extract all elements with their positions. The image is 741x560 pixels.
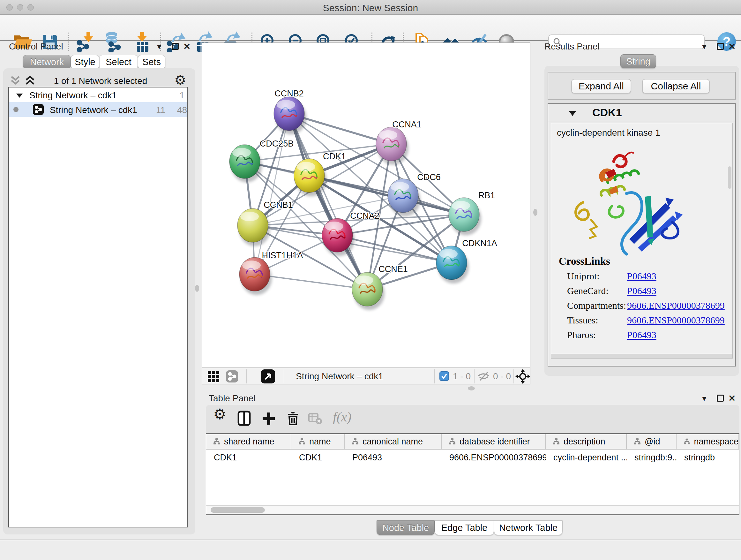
bottom-splitter-handle[interactable] xyxy=(468,386,475,390)
tab-node-table[interactable]: Node Table xyxy=(377,520,434,535)
table-cell-2[interactable]: P06493 xyxy=(345,450,442,465)
results-scrollbar-thumb[interactable] xyxy=(728,166,731,189)
network-node-HIST1H1A[interactable]: HIST1H1A xyxy=(239,251,303,295)
results-panel-close-icon[interactable]: ✕ xyxy=(728,42,736,51)
table-cell-0[interactable]: CDK1 xyxy=(206,450,291,465)
table-cell-1[interactable]: CDK1 xyxy=(291,450,345,465)
hidden-eye-icon[interactable] xyxy=(477,371,490,381)
column-header-label: shared name xyxy=(224,437,274,447)
add-column-icon[interactable] xyxy=(261,411,276,426)
left-splitter-handle[interactable] xyxy=(195,285,199,292)
table-panel-float-icon[interactable] xyxy=(717,395,724,401)
crosslink-label: Compartments: xyxy=(567,300,626,311)
table-panel-collapse-icon[interactable]: ▼ xyxy=(701,395,708,402)
table-row[interactable]: CDK1CDK1P064939606.ENSP00000378699cyclin… xyxy=(206,450,739,465)
section-collapse-arrow-icon[interactable] xyxy=(569,110,576,117)
selected-checkbox[interactable] xyxy=(440,371,449,381)
gene-name[interactable]: CDK1 xyxy=(592,106,622,119)
crosslink-compartments-link[interactable]: 9606.ENSP00000378699 xyxy=(627,300,725,311)
tab-style[interactable]: Style xyxy=(71,55,99,69)
table-settings-gear-icon[interactable]: ⚙ xyxy=(213,406,226,423)
string-view-icon[interactable] xyxy=(226,370,239,383)
open-in-window-icon[interactable] xyxy=(261,369,275,384)
pan-crosshair-icon[interactable] xyxy=(515,369,530,384)
column-header-1[interactable]: name xyxy=(291,434,345,449)
expand-all-button[interactable]: Expand All xyxy=(571,79,631,94)
network-tree-child-row[interactable]: String Network – cdk1 11 48 xyxy=(9,102,187,117)
column-header-2[interactable]: canonical name xyxy=(345,434,442,449)
crosslink-genecard-link[interactable]: P06493 xyxy=(627,286,657,296)
import-network-from-database-button[interactable] xyxy=(103,30,125,53)
network-options-gear-icon[interactable]: ⚙ xyxy=(174,72,186,88)
import-table-button[interactable] xyxy=(131,30,154,53)
network-status-dot-icon xyxy=(13,107,18,112)
crosslink-tissues-link[interactable]: 9606.ENSP00000378699 xyxy=(627,315,725,326)
hidden-node-edge-ratio: 0 - 0 xyxy=(493,371,511,381)
table-cell-6[interactable]: stringdb xyxy=(677,450,739,465)
expand-all-networks-button[interactable] xyxy=(24,75,36,87)
column-header-6[interactable]: namespace xyxy=(677,434,739,449)
node-label-CCNE1: CCNE1 xyxy=(379,264,408,274)
show-columns-icon[interactable] xyxy=(238,411,251,426)
network-view-title: String Network – cdk1 xyxy=(296,371,383,381)
network-canvas[interactable]: CCNB2CCNA1CDC25BCDK1CDC6RB1CCNB1CCNA2CDK… xyxy=(202,43,530,368)
double-chevron-down-icon xyxy=(10,75,21,85)
network-node-CCNA1[interactable]: CCNA1 xyxy=(376,120,421,165)
results-panel-float-icon[interactable] xyxy=(717,43,724,50)
crosslink-uniprot-link[interactable]: P06493 xyxy=(627,271,657,282)
table-cell-4[interactable]: cyclin-dependent ... xyxy=(546,450,627,465)
collapse-all-button[interactable]: Collapse All xyxy=(642,79,710,94)
function-builder-fx-icon: f(x) xyxy=(333,409,351,425)
delete-column-trash-icon[interactable] xyxy=(286,411,300,426)
network-node-CCNB2[interactable]: CCNB2 xyxy=(274,89,307,134)
network-selected-status: 1 of 1 Network selected xyxy=(38,76,163,86)
tab-sets[interactable]: Sets xyxy=(138,55,165,69)
column-header-3[interactable]: database identifier xyxy=(442,434,546,449)
network-node-CCNE1[interactable]: CCNE1 xyxy=(352,264,408,310)
right-splitter-handle[interactable] xyxy=(533,209,537,216)
delete-table-icon-disabled xyxy=(308,413,322,425)
network-node-RB1[interactable]: RB1 xyxy=(449,191,495,235)
table-hscrollbar[interactable] xyxy=(206,505,739,514)
network-edge[interactable] xyxy=(289,114,367,289)
column-header-4[interactable]: description xyxy=(546,434,627,449)
collapse-all-networks-button[interactable] xyxy=(10,75,21,87)
network-edge[interactable] xyxy=(255,114,289,274)
control-panel-close-icon[interactable]: ✕ xyxy=(183,42,191,51)
network-node-CDC6[interactable]: CDC6 xyxy=(388,172,441,216)
crosslink-pharos-link[interactable]: P06493 xyxy=(627,329,657,340)
table-hscrollbar-thumb[interactable] xyxy=(211,507,265,513)
control-panel-collapse-icon[interactable]: ▼ xyxy=(156,44,163,51)
tab-network-table[interactable]: Network Table xyxy=(494,520,562,535)
network-node-CDC25B[interactable]: CDC25B xyxy=(229,139,293,182)
network-collection-label: String Network – cdk1 xyxy=(29,90,117,101)
title-bar: Session: New Session xyxy=(0,0,741,15)
table-panel-close-icon[interactable]: ✕ xyxy=(728,394,736,403)
netbar-divider xyxy=(434,369,435,383)
tab-network[interactable]: Network xyxy=(23,55,71,69)
tree-expand-arrow-icon[interactable] xyxy=(16,92,23,98)
section-divider xyxy=(548,122,735,122)
column-header-label: canonical name xyxy=(362,437,423,447)
table-cell-3[interactable]: 9606.ENSP00000378699 xyxy=(442,450,546,465)
gene-description: cyclin-dependent kinase 1 xyxy=(557,128,660,138)
control-panel-float-icon[interactable] xyxy=(172,43,179,50)
table-cell-5[interactable]: stringdb:9... xyxy=(627,450,677,465)
node-label-CDKN1A: CDKN1A xyxy=(462,239,497,248)
table-panel-title: Table Panel xyxy=(209,393,255,403)
network-tree: String Network – cdk1 1 String Network –… xyxy=(8,87,188,527)
import-network-button[interactable] xyxy=(75,30,97,53)
network-tree-root-row[interactable]: String Network – cdk1 1 xyxy=(9,87,187,102)
tab-edge-table[interactable]: Edge Table xyxy=(434,520,494,535)
column-type-icon xyxy=(213,438,220,445)
column-header-0[interactable]: shared name xyxy=(206,434,291,449)
birds-eye-grid-icon[interactable] xyxy=(208,371,220,382)
status-bar: Memory xyxy=(0,540,741,560)
tab-select[interactable]: Select xyxy=(99,55,138,69)
column-header-5[interactable]: @id xyxy=(627,434,677,449)
network-node-CDKN1A[interactable]: CDKN1A xyxy=(436,239,497,284)
tab-string-results[interactable]: String xyxy=(620,54,656,68)
network-node-CDK1[interactable]: CDK1 xyxy=(294,152,346,196)
results-panel-collapse-icon[interactable]: ▼ xyxy=(701,44,708,51)
column-type-icon xyxy=(634,438,641,445)
